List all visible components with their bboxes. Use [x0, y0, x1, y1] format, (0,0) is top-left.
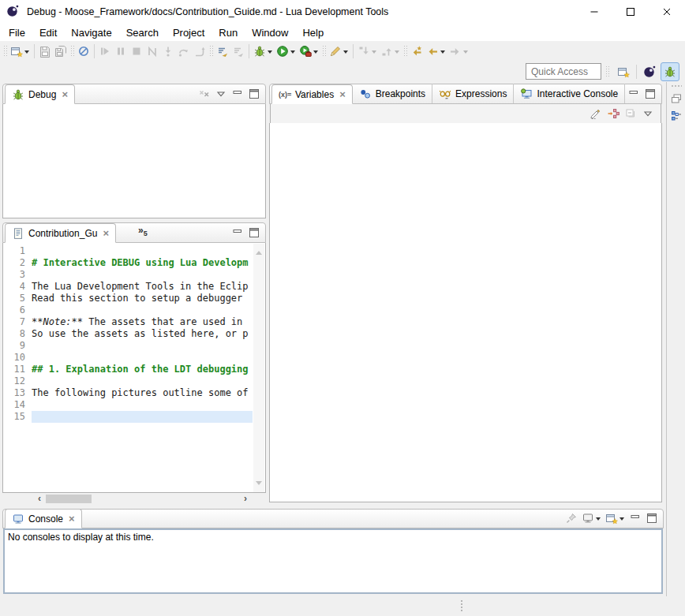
- code-line-13[interactable]: 13The following pictures outline some of: [3, 387, 253, 399]
- terminate-button[interactable]: [129, 43, 144, 60]
- suspend-button[interactable]: [113, 43, 129, 60]
- editor-vertical-scrollbar[interactable]: [253, 244, 264, 492]
- chevron-down-icon[interactable]: [395, 50, 399, 56]
- close-icon[interactable]: ×: [103, 228, 109, 238]
- code-lines[interactable]: 12# Interactive DEBUG using Lua Developm…: [3, 245, 253, 423]
- menu-file[interactable]: File: [2, 25, 32, 40]
- run-button[interactable]: [275, 43, 298, 60]
- console-body[interactable]: No consoles to display at this time.: [3, 528, 663, 594]
- editor-body[interactable]: 12# Interactive DEBUG using Lua Developm…: [2, 243, 266, 493]
- close-icon[interactable]: ×: [69, 513, 75, 524]
- chevron-down-icon[interactable]: [372, 50, 376, 56]
- open-perspective-button[interactable]: [614, 62, 633, 81]
- editor-overflow-chevron[interactable]: »5: [138, 225, 148, 242]
- code-line-10[interactable]: 10: [3, 352, 253, 364]
- chevron-down-icon[interactable]: [24, 50, 29, 56]
- code-line-9[interactable]: 9: [3, 340, 253, 352]
- tab-console[interactable]: Console ×: [5, 509, 82, 528]
- minimize-window-icon[interactable]: [576, 0, 612, 24]
- tab-variables[interactable]: (x)=Variables×: [271, 84, 353, 104]
- code-line-3[interactable]: 3: [3, 269, 253, 281]
- previous-annotation-button[interactable]: [379, 43, 402, 60]
- menu-project[interactable]: Project: [166, 25, 211, 40]
- status-drag-handle[interactable]: [460, 599, 463, 613]
- maximize-button[interactable]: [248, 88, 260, 100]
- maximize-button[interactable]: [646, 512, 658, 525]
- next-annotation-button[interactable]: [356, 43, 379, 60]
- scroll-down-icon[interactable]: [256, 481, 262, 488]
- open-console-button[interactable]: [605, 512, 625, 525]
- trim-drag-handle[interactable]: [671, 84, 682, 88]
- chevron-down-icon[interactable]: [440, 50, 445, 56]
- menu-navigate[interactable]: Navigate: [64, 25, 118, 40]
- display-selected-console-button[interactable]: [582, 512, 601, 525]
- chevron-down-icon[interactable]: [463, 50, 468, 56]
- close-icon[interactable]: ×: [339, 89, 346, 99]
- view-menu-button[interactable]: [215, 88, 227, 100]
- maximize-button[interactable]: [248, 226, 260, 239]
- tab-interactive-console[interactable]: Interactive Console: [514, 84, 625, 103]
- forward-button[interactable]: [447, 43, 470, 60]
- last-edit-location-button[interactable]: [409, 43, 425, 60]
- chevron-down-icon[interactable]: [596, 517, 601, 523]
- code-line-11[interactable]: 11## 1. Explanation of the LDT debugging: [3, 364, 253, 375]
- save-all-button[interactable]: [53, 43, 69, 60]
- code-line-1[interactable]: 1: [3, 245, 253, 257]
- tab-breakpoints[interactable]: Breakpoints: [353, 84, 432, 103]
- chevron-down-icon[interactable]: [619, 517, 624, 523]
- menu-search[interactable]: Search: [119, 25, 166, 40]
- show-logical-structure-button[interactable]: [607, 107, 619, 120]
- skip-all-breakpoints-button[interactable]: [76, 43, 92, 60]
- chevron-down-icon[interactable]: [290, 50, 295, 56]
- debug-button[interactable]: [252, 43, 275, 60]
- close-window-icon[interactable]: [649, 0, 685, 24]
- scrollbar-thumb[interactable]: [46, 495, 92, 503]
- disconnect-button[interactable]: [144, 43, 160, 60]
- minimize-button[interactable]: [231, 226, 244, 239]
- outline-view-icon[interactable]: [670, 110, 683, 122]
- external-tools-button[interactable]: [298, 43, 320, 60]
- code-line-5[interactable]: 5Read this section to setup a debugger: [3, 293, 253, 304]
- code-line-14[interactable]: 14: [3, 399, 253, 411]
- restore-views-icon[interactable]: [670, 92, 683, 105]
- show-type-names-button[interactable]: [590, 107, 602, 120]
- chevron-down-icon[interactable]: [313, 50, 318, 56]
- close-icon[interactable]: ×: [62, 89, 68, 99]
- scroll-right-icon[interactable]: ›: [241, 494, 250, 504]
- tab-contribution-guide[interactable]: Contribution_Gu ×: [5, 223, 116, 243]
- step-over-button[interactable]: [176, 43, 192, 60]
- debug-perspective-button[interactable]: [661, 62, 679, 81]
- view-menu-button[interactable]: [642, 107, 654, 120]
- tab-debug[interactable]: Debug ×: [5, 84, 75, 104]
- tab-expressions[interactable]: Expressions: [432, 84, 514, 103]
- code-line-12[interactable]: 12: [3, 375, 253, 387]
- code-line-2[interactable]: 2# Interactive DEBUG using Lua Developm: [3, 257, 253, 269]
- scroll-left-icon[interactable]: ‹: [35, 494, 44, 504]
- use-step-filters-button[interactable]: [215, 43, 230, 60]
- maximize-button[interactable]: [644, 88, 657, 100]
- menu-window[interactable]: Window: [245, 25, 295, 40]
- step-return-button[interactable]: [192, 43, 208, 60]
- code-line-4[interactable]: 4The Lua Development Tools in the Eclip: [3, 281, 253, 293]
- new-button[interactable]: [9, 43, 32, 60]
- resume-button[interactable]: [97, 43, 113, 60]
- menu-run[interactable]: Run: [211, 25, 245, 40]
- menu-edit[interactable]: Edit: [32, 25, 64, 40]
- quick-access-input[interactable]: [526, 63, 601, 80]
- open-element-button[interactable]: [328, 43, 350, 60]
- step-into-selection-button[interactable]: [230, 43, 246, 60]
- chevron-down-icon[interactable]: [268, 50, 272, 56]
- back-button[interactable]: [425, 43, 447, 60]
- maximize-window-icon[interactable]: [612, 0, 649, 24]
- remove-all-terminated-button[interactable]: [198, 88, 211, 100]
- variables-body[interactable]: [269, 123, 662, 502]
- collapse-all-button[interactable]: [624, 107, 637, 120]
- menu-help[interactable]: Help: [295, 25, 331, 40]
- scroll-up-icon[interactable]: [256, 248, 262, 255]
- step-into-button[interactable]: [160, 43, 176, 60]
- minimize-button[interactable]: [231, 88, 244, 100]
- code-line-7[interactable]: 7**Note:** The assets that are used in: [3, 316, 253, 328]
- lua-perspective-button[interactable]: [640, 62, 659, 81]
- code-line-6[interactable]: 6: [3, 304, 253, 316]
- save-button[interactable]: [37, 43, 53, 60]
